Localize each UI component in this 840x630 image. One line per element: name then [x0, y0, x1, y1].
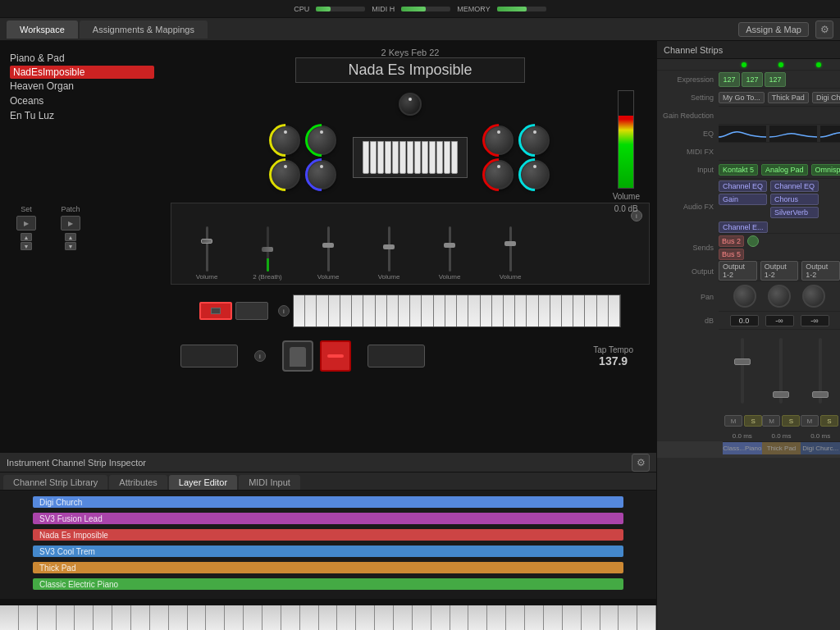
cs-audio-fx-1b[interactable]: Gain [719, 194, 767, 205]
mkb-key-white[interactable] [188, 605, 207, 630]
mkb-key-white[interactable] [356, 605, 375, 630]
cs-mute-1[interactable]: M [724, 415, 742, 427]
set-up-arrow[interactable]: ▲ [21, 233, 32, 241]
mkb-key-white[interactable] [525, 605, 544, 630]
inspector-settings-button[interactable]: ⚙ [632, 454, 650, 472]
cs-fader-handle-2[interactable] [773, 391, 789, 398]
inspector-tab-attributes[interactable]: Attributes [109, 475, 167, 490]
fader-handle-4[interactable] [383, 244, 395, 249]
piano-key-white[interactable] [562, 295, 573, 326]
fader-track-3[interactable] [327, 226, 330, 272]
cs-eq-curve-1[interactable] [719, 126, 766, 142]
layer-nada-es-imposible[interactable]: Nada Es Imposible [0, 527, 656, 542]
mkb-key-white[interactable] [300, 605, 319, 630]
mkb-key-white[interactable] [319, 605, 338, 630]
cs-eq-curve-3[interactable] [820, 126, 840, 142]
piano-key-white[interactable] [410, 295, 422, 326]
layer-sv3-cool-trem[interactable]: SV3 Cool Trem [0, 544, 656, 559]
piano-key-white[interactable] [422, 295, 433, 326]
cs-solo-1[interactable]: S [744, 415, 762, 427]
mkb-key-white[interactable] [468, 605, 487, 630]
cs-audio-fx-2a[interactable]: Channel EQ [770, 180, 819, 192]
mkb-key-white[interactable] [413, 605, 431, 630]
mkb-key-white[interactable] [637, 605, 656, 630]
mkb-key-white[interactable] [431, 605, 450, 630]
cs-sends-1b[interactable]: Bus 5 [719, 249, 744, 260]
patch-btn[interactable]: ▶ [61, 216, 80, 231]
patch-down-arrow[interactable]: ▼ [65, 242, 76, 250]
knob-right-4[interactable] [520, 160, 550, 189]
fader-handle-2[interactable] [262, 247, 273, 252]
layer-digi-church[interactable]: Digi Church [0, 495, 656, 509]
knob-left-2[interactable] [307, 126, 336, 155]
expression-pedal[interactable] [282, 340, 313, 372]
fader-track-4[interactable] [388, 226, 390, 272]
cs-input-3[interactable]: Omnisphe... [811, 164, 840, 176]
cs-bottom-label-2[interactable]: Thick Pad [762, 441, 801, 454]
cs-audio-fx-2c[interactable]: SilverVerb [770, 207, 819, 218]
cs-output-2[interactable]: Output 1-2 [760, 261, 799, 281]
cs-audio-fx-1a[interactable]: Channel EQ [719, 180, 767, 192]
mkb-key-white[interactable] [544, 605, 563, 630]
tab-assignments[interactable]: Assignments & Mappings [80, 21, 208, 39]
piano-key-white[interactable] [317, 295, 328, 326]
layer-sv3-fusion[interactable]: SV3 Fusion Lead [0, 511, 656, 526]
piano-key-white[interactable] [399, 295, 410, 326]
mkb-key-white[interactable] [281, 605, 300, 630]
mkb-key-white[interactable] [394, 605, 413, 630]
fader-handle-3[interactable] [322, 243, 334, 248]
cs-mute-3[interactable]: M [801, 415, 819, 427]
piano-key-white[interactable] [434, 295, 445, 326]
fader-track-5[interactable] [449, 226, 451, 272]
piano-key-white[interactable] [492, 295, 504, 326]
piano-key-white[interactable] [481, 295, 492, 326]
mkb-key-white[interactable] [75, 605, 94, 630]
cs-solo-2[interactable]: S [782, 415, 800, 427]
cs-fader-track-3[interactable] [819, 338, 822, 404]
cs-fader-handle-1[interactable] [734, 358, 751, 365]
piano-key-white[interactable] [340, 295, 352, 326]
keyboard-detail-btn[interactable]: i [278, 305, 290, 317]
pedal-detail-btn[interactable]: i [254, 350, 266, 362]
mkb-key-white[interactable] [262, 605, 281, 630]
piano-key-white[interactable] [445, 295, 457, 326]
cs-solo-3[interactable]: S [820, 415, 838, 427]
mkb-key-white[interactable] [563, 605, 582, 630]
cs-output-3[interactable]: Output 1-2 [801, 261, 840, 281]
fader-handle-1[interactable] [201, 239, 212, 244]
mkb-key-white[interactable] [38, 605, 57, 630]
mkb-key-white[interactable] [206, 605, 225, 630]
knob-right-2[interactable] [520, 126, 550, 155]
cs-fader-track-2[interactable] [779, 338, 783, 404]
piano-key-white[interactable] [539, 295, 550, 326]
piano-key-white[interactable] [352, 295, 363, 326]
mkb-key-white[interactable] [582, 605, 600, 630]
mkb-key-white[interactable] [225, 605, 244, 630]
fader-track-6[interactable] [509, 226, 512, 272]
knob-right-3[interactable] [484, 160, 514, 189]
mkb-key-white[interactable] [131, 605, 150, 630]
fader-track-2[interactable] [267, 226, 269, 272]
switch-btn-1[interactable] [199, 302, 232, 320]
cs-input-2[interactable]: Analog Pad [761, 164, 808, 176]
cs-pan-knob-2[interactable] [768, 285, 791, 308]
piano-key-white[interactable] [329, 295, 340, 326]
fader-handle-5[interactable] [444, 243, 455, 248]
knob-left-1[interactable] [271, 126, 300, 155]
mkb-key-white[interactable] [506, 605, 525, 630]
cs-bottom-label-1[interactable]: Class...Piano [723, 441, 762, 454]
mkb-key-white[interactable] [112, 605, 131, 630]
preset-item-en-tu-luz[interactable]: En Tu Luz [10, 108, 154, 123]
piano-key-white[interactable] [376, 295, 387, 326]
preset-item-piano-pad[interactable]: Piano & Pad [10, 51, 154, 66]
cs-audio-fx-3a[interactable]: Channel E... [719, 221, 768, 233]
mkb-key-white[interactable] [337, 605, 356, 630]
piano-key-white[interactable] [457, 295, 468, 326]
mkb-key-white[interactable] [244, 605, 262, 630]
mkb-key-white[interactable] [375, 605, 394, 630]
piano-key-white[interactable] [305, 295, 317, 326]
mkb-key-white[interactable] [600, 605, 619, 630]
mkb-key-white[interactable] [94, 605, 112, 630]
cs-pan-knob-1[interactable] [733, 285, 756, 308]
piano-key-white[interactable] [468, 295, 480, 326]
